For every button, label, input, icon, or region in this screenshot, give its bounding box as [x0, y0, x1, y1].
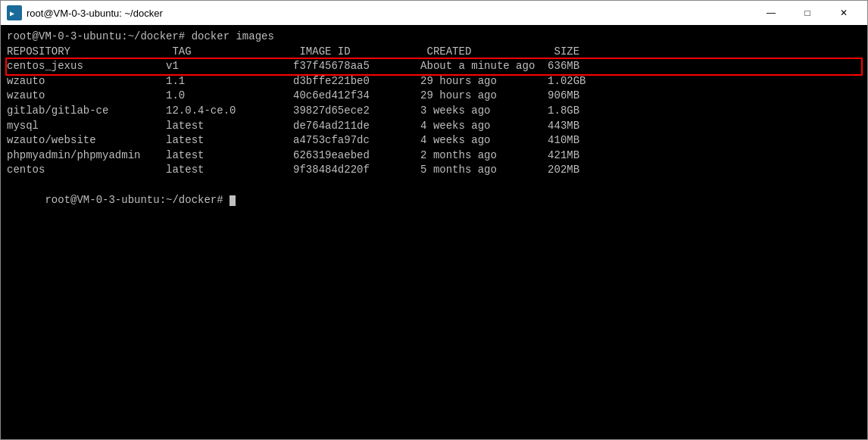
close-button[interactable]: ✕: [826, 2, 861, 23]
table-row: centos_jexus v1 f37f45678aa5 About a min…: [7, 59, 861, 74]
table-row: wzauto 1.1 d3bffe221be0 29 hours ago 1.0…: [7, 74, 861, 89]
table-header: REPOSITORY TAG IMAGE ID CREATED SIZE: [7, 45, 861, 60]
docker-images-table: centos_jexus v1 f37f45678aa5 About a min…: [7, 59, 861, 178]
maximize-button[interactable]: □: [790, 2, 825, 23]
table-row: wzauto/website latest a4753cfa97dc 4 wee…: [7, 133, 861, 148]
window-controls: — □ ✕: [754, 2, 861, 23]
command-line: root@VM-0-3-ubuntu:~/docker# docker imag…: [7, 30, 861, 45]
terminal-icon: ▶: [7, 5, 22, 20]
table-row: phpmyadmin/phpmyadmin latest 626319eaebe…: [7, 148, 861, 164]
terminal-window: ▶ root@VM-0-3-ubuntu: ~/docker — □ ✕ roo…: [0, 0, 868, 440]
minimize-button[interactable]: —: [754, 2, 788, 23]
terminal-content[interactable]: root@VM-0-3-ubuntu:~/docker# docker imag…: [1, 25, 867, 439]
cursor-blink: [229, 195, 236, 206]
table-row: mysql latest de764ad211de 4 weeks ago 44…: [7, 119, 861, 134]
title-bar: ▶ root@VM-0-3-ubuntu: ~/docker — □ ✕: [1, 1, 867, 25]
table-row: gitlab/gitlab-ce 12.0.4-ce.0 39827d65ece…: [7, 104, 861, 119]
svg-text:▶: ▶: [10, 9, 14, 17]
prompt-line: root@VM-0-3-ubuntu:~/docker#: [7, 178, 861, 223]
table-row: centos latest 9f38484d220f 5 months ago …: [7, 163, 861, 178]
table-row: wzauto 1.0 40c6ed412f34 29 hours ago 906…: [7, 89, 861, 104]
window-title: root@VM-0-3-ubuntu: ~/docker: [27, 8, 163, 19]
title-bar-left: ▶ root@VM-0-3-ubuntu: ~/docker: [7, 5, 163, 20]
